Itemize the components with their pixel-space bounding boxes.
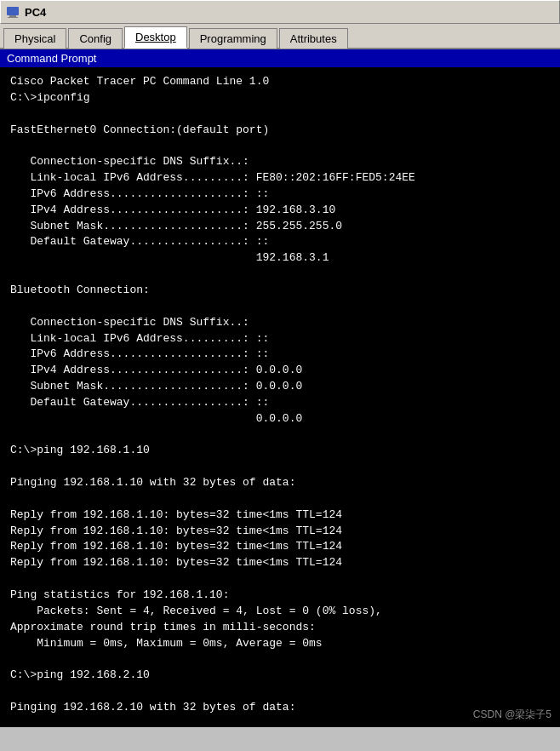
watermark: CSDN @梁柒子5 (473, 708, 551, 722)
command-prompt-header: Command Prompt (0, 49, 560, 67)
tab-desktop[interactable]: Desktop (124, 26, 187, 49)
command-prompt-container: Command Prompt Cisco Packet Tracer PC Co… (0, 49, 560, 727)
command-prompt-body[interactable]: Cisco Packet Tracer PC Command Line 1.0 … (0, 67, 560, 727)
svg-rect-0 (7, 7, 19, 15)
window-title: PC4 (25, 6, 46, 19)
app-icon (6, 5, 20, 19)
tab-attributes[interactable]: Attributes (279, 28, 348, 49)
svg-rect-2 (8, 17, 18, 18)
tab-config[interactable]: Config (68, 28, 123, 49)
tab-physical[interactable]: Physical (3, 28, 66, 49)
tab-programming[interactable]: Programming (189, 28, 277, 49)
tab-bar: Physical Config Desktop Programming Attr… (0, 24, 560, 49)
title-bar: PC4 (0, 0, 560, 24)
svg-rect-1 (9, 15, 16, 17)
